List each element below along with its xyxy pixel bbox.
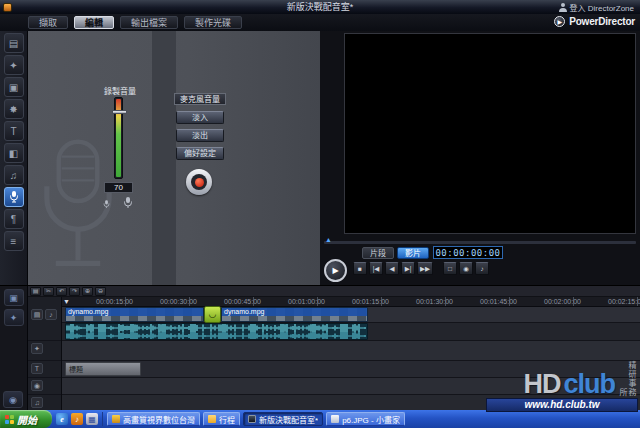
audio-waveform-clip[interactable] bbox=[65, 323, 368, 340]
ruler-label: 00:01:45:00 bbox=[480, 298, 517, 305]
tab-produce[interactable]: 輸出檔案 bbox=[120, 16, 178, 29]
ruler-label: 00:00:45:00 bbox=[224, 298, 261, 305]
windows-flag-icon bbox=[5, 415, 14, 424]
tab-capture[interactable]: 擷取 bbox=[28, 16, 68, 29]
watermark-studio-text: 精研事務所 bbox=[618, 359, 636, 397]
ruler-label: 00:00:30:00 bbox=[160, 298, 197, 305]
preferences-button[interactable]: 偏好設定 bbox=[176, 147, 224, 160]
volume-slider-thumb[interactable] bbox=[112, 110, 127, 114]
split-button[interactable]: ✂ bbox=[43, 287, 54, 296]
task-label: 行程 bbox=[219, 414, 235, 425]
clip-filename: dynamo.mpg bbox=[222, 308, 367, 316]
pip-room-button[interactable]: ▣ bbox=[4, 77, 24, 97]
taskbar-task[interactable]: 高畫質視界數位台灣 bbox=[107, 412, 200, 426]
next-button[interactable]: ▶| bbox=[401, 262, 415, 275]
timeline-ruler[interactable]: ▼ 00:00:15:00 00:00:30:00 00:00:45:00 00… bbox=[62, 297, 640, 307]
voice-track-header[interactable]: ◉ bbox=[28, 378, 61, 395]
effect-room-button[interactable]: ✦ bbox=[4, 55, 24, 75]
subtitle-room-icon: ≡ bbox=[11, 236, 17, 247]
directorzone-login-button[interactable]: 登入 DirectorZone bbox=[559, 0, 634, 14]
title-clip[interactable]: 標題 bbox=[65, 362, 141, 376]
fast-forward-button[interactable]: ▶▶ bbox=[417, 262, 433, 275]
window-title: 新版決戰配音室* bbox=[0, 0, 640, 14]
step-back-button[interactable]: ◀ bbox=[385, 262, 399, 275]
panel-divider bbox=[152, 31, 176, 285]
video-track: dynamo.mpg ◡ dynamo.mpg bbox=[62, 307, 640, 323]
transition-icon[interactable]: ◡ bbox=[204, 306, 221, 323]
mic-volume-header: 麥克風音量 bbox=[174, 93, 226, 105]
undo-button[interactable]: ↶ bbox=[56, 287, 67, 296]
title-track-header[interactable]: T bbox=[28, 361, 61, 378]
seek-bar[interactable] bbox=[324, 241, 636, 244]
paint-task-icon bbox=[331, 415, 339, 423]
hdclub-logo: HD club 精研事務所 bbox=[486, 359, 638, 397]
fade-in-button[interactable]: 淡入 bbox=[176, 111, 224, 124]
previous-button[interactable]: |◀ bbox=[369, 262, 383, 275]
fullscreen-button[interactable]: □ bbox=[443, 262, 457, 275]
snapshot-button[interactable]: ◉ bbox=[459, 262, 473, 275]
particle-room-button[interactable]: ✸ bbox=[4, 99, 24, 119]
video-clip[interactable]: dynamo.mpg bbox=[65, 307, 204, 322]
title-room-button[interactable]: T bbox=[4, 121, 24, 141]
ruler-label: 00:01:00:00 bbox=[288, 298, 325, 305]
subtitle-room-button[interactable]: ≡ bbox=[4, 231, 24, 251]
volume-button[interactable]: ♪ bbox=[475, 262, 489, 275]
clapper-icon[interactable]: ▣ bbox=[4, 289, 24, 306]
seek-marker-icon[interactable]: ▲ bbox=[325, 235, 332, 245]
workspace: ▤ ✦ ▣ ✸ T ◧ ♫ ¶ ≡ bbox=[0, 31, 640, 285]
powerdirector-task-icon bbox=[248, 415, 256, 423]
magic-tool-icon[interactable]: ✦ bbox=[4, 309, 24, 326]
taskbar-task[interactable]: p6.JPG - 小畫家 bbox=[326, 412, 405, 426]
audio-mixing-room-button[interactable]: ♫ bbox=[4, 165, 24, 185]
task-label: 高畫質視界數位台灣 bbox=[123, 414, 195, 425]
audio-track bbox=[62, 323, 640, 341]
ruler-label: 00:02:15:00 bbox=[608, 298, 640, 305]
tab-create-disc[interactable]: 製作光碟 bbox=[184, 16, 242, 29]
record-button[interactable] bbox=[186, 169, 212, 195]
transition-room-icon: ◧ bbox=[9, 148, 18, 159]
volume-value: 70 bbox=[104, 182, 133, 193]
tab-edit[interactable]: 編輯 bbox=[74, 16, 114, 29]
stop-button[interactable]: ■ bbox=[353, 262, 367, 275]
transition-room-button[interactable]: ◧ bbox=[4, 143, 24, 163]
microphone-watermark-icon bbox=[32, 135, 124, 285]
record-button-ring bbox=[191, 174, 207, 190]
effect-track bbox=[62, 341, 640, 361]
capture-tool-icon[interactable]: ◉ bbox=[3, 391, 23, 408]
hdclub-watermark: HD club 精研事務所 www.hd.club.tw bbox=[486, 359, 638, 412]
effect-track-header[interactable]: ✦ bbox=[28, 341, 61, 361]
preview-panel: ▲ 片段 影片 00:00:00:00 ▶ ■ |◀ ◀ ▶| ▶▶ □ ◉ ♪ bbox=[320, 31, 640, 285]
video-track-header[interactable]: ▤ ♪ bbox=[28, 307, 61, 341]
show-desktop-icon[interactable]: ▦ bbox=[86, 413, 98, 425]
powerdirector-window: 新版決戰配音室* 登入 DirectorZone 擷取 編輯 輸出檔案 製作光碟… bbox=[0, 0, 640, 428]
start-button[interactable]: 開始 bbox=[0, 410, 52, 428]
zoom-in-button[interactable]: ⊕ bbox=[82, 287, 93, 296]
timeline-playhead-icon[interactable]: ▼ bbox=[63, 298, 70, 305]
media-player-icon[interactable]: ♪ bbox=[71, 413, 83, 425]
room-toolbar: ▤ ✦ ▣ ✸ T ◧ ♫ ¶ ≡ bbox=[0, 31, 28, 285]
record-volume-slider[interactable] bbox=[114, 97, 123, 179]
chapter-room-icon: ¶ bbox=[11, 214, 16, 225]
taskbar-task[interactable]: 行程 bbox=[203, 412, 240, 426]
movie-mode-button[interactable]: 影片 bbox=[397, 247, 429, 259]
chapter-room-button[interactable]: ¶ bbox=[4, 209, 24, 229]
watermark-hd-text: HD bbox=[523, 371, 560, 397]
media-room-icon: ▤ bbox=[9, 38, 18, 49]
video-clip[interactable]: dynamo.mpg bbox=[221, 307, 368, 322]
play-button[interactable]: ▶ bbox=[324, 259, 347, 282]
track-manager-button[interactable]: ▤ bbox=[30, 287, 41, 296]
voiceover-room-button[interactable] bbox=[4, 187, 24, 207]
play-icon: ▶ bbox=[332, 266, 338, 275]
media-room-button[interactable]: ▤ bbox=[4, 33, 24, 53]
taskbar-task-active[interactable]: 新版決戰配音室* bbox=[243, 412, 323, 426]
folder-task-icon bbox=[208, 415, 216, 423]
record-dot-icon bbox=[195, 178, 204, 187]
fade-out-button[interactable]: 淡出 bbox=[176, 129, 224, 142]
title-room-icon: T bbox=[10, 126, 16, 137]
music-track-header[interactable]: ♫ bbox=[28, 395, 61, 411]
redo-button[interactable]: ↷ bbox=[69, 287, 80, 296]
clip-mode-button[interactable]: 片段 bbox=[362, 247, 394, 259]
zoom-out-button[interactable]: ⊖ bbox=[95, 287, 106, 296]
transport-controls: ■ |◀ ◀ ▶| ▶▶ □ ◉ ♪ bbox=[353, 262, 489, 275]
internet-explorer-icon[interactable]: e bbox=[56, 413, 68, 425]
